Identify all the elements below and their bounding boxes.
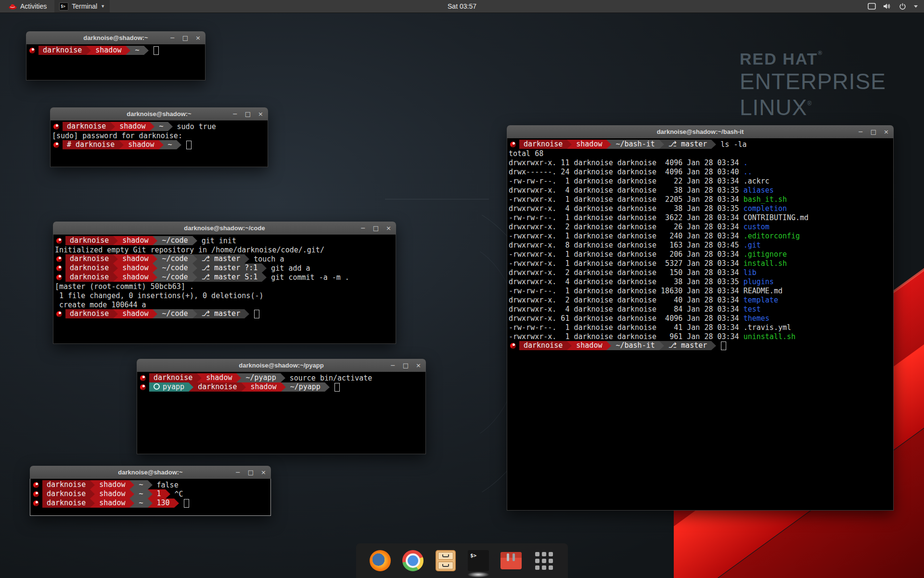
terminal-window: darknoise@shadow:~ − □ × darknoiseshadow…	[26, 31, 205, 80]
prompt-segment: shadow	[91, 46, 126, 55]
redhat-icon	[56, 265, 62, 271]
close-button[interactable]: ×	[195, 31, 201, 44]
redhat-icon	[56, 311, 62, 317]
redhat-icon	[29, 48, 35, 53]
prompt-segment: darknoise	[65, 236, 113, 245]
prompt-segment: ~	[154, 122, 167, 131]
minimize-button[interactable]: −	[235, 466, 241, 479]
dock-item-toolbox[interactable]	[500, 550, 522, 572]
output-text: install.sh	[744, 259, 787, 268]
dock-item-app-grid[interactable]	[533, 550, 555, 572]
powerline-separator	[192, 263, 197, 273]
clock[interactable]: Sat 03:57	[448, 2, 476, 10]
dock: $>	[356, 543, 568, 578]
close-button[interactable]: ×	[258, 107, 263, 120]
output-text: .	[744, 158, 748, 167]
minimize-button[interactable]: −	[170, 31, 175, 44]
prompt-segment: shadow	[115, 122, 150, 131]
maximize-button[interactable]: □	[182, 31, 188, 44]
powerline-separator	[166, 489, 170, 499]
prompt-segment: darknoise	[63, 122, 110, 131]
terminal-cursor	[154, 46, 159, 55]
powerline-separator	[281, 382, 286, 392]
screen-share-icon[interactable]	[868, 3, 876, 10]
powerline-separator	[153, 273, 157, 282]
prompt-segment: shadow	[118, 236, 153, 245]
prompt-segment: darknoise	[65, 309, 113, 318]
output-text: drwxrwxr-x. 4 darknoise darknoise 84 Jan…	[509, 305, 744, 314]
minimize-button[interactable]: −	[232, 107, 238, 120]
output-text: CONTRIBUTING.md	[744, 213, 808, 222]
redhat-icon	[56, 238, 62, 244]
output-text: -rwxrwxr-x. 1 darknoise darknoise 5327 J…	[509, 259, 744, 268]
power-icon[interactable]	[899, 3, 906, 10]
window-titlebar[interactable]: darknoise@shadow:~ − □ ×	[50, 107, 268, 121]
maximize-button[interactable]: □	[373, 222, 379, 235]
prompt-segment: shadow	[95, 499, 129, 508]
output-line: [master (root-commit) 50bcb63] .	[55, 282, 396, 291]
window-titlebar[interactable]: darknoise@shadow:~/pyapp − □ ×	[137, 359, 426, 372]
maximize-button[interactable]: □	[245, 107, 251, 120]
chevron-down-icon[interactable]	[913, 4, 918, 8]
minimize-button[interactable]: −	[858, 125, 863, 138]
terminal-cursor	[334, 383, 340, 392]
output-text: drwxrwxr-x. 61 darknoise darknoise 4096 …	[509, 314, 744, 323]
dock-item-terminal[interactable]: $>	[467, 550, 489, 572]
command-text: touch a	[249, 255, 284, 263]
prompt-segment: pyapp	[149, 382, 189, 392]
dock-item-firefox[interactable]	[369, 550, 391, 572]
powerline-separator	[153, 254, 157, 263]
close-button[interactable]: ×	[884, 125, 889, 138]
redhat-icon	[510, 142, 516, 147]
output-line: drwxrwxr-x. 4 darknoise darknoise 38 Jan…	[509, 277, 893, 286]
powerline-separator	[325, 382, 330, 392]
prompt-segment: shadow	[572, 140, 606, 149]
terminal-content[interactable]: darknoiseshadow~/code git initInitialize…	[53, 235, 396, 344]
minimize-button[interactable]: −	[390, 359, 396, 372]
powerline-separator	[144, 46, 149, 55]
output-text: drwxrwxr-x. 4 darknoise darknoise 38 Jan…	[509, 204, 744, 213]
output-line: drwxrwxr-x. 4 darknoise darknoise 84 Jan…	[509, 304, 893, 314]
window-titlebar[interactable]: darknoise@shadow:~ − □ ×	[26, 31, 205, 45]
maximize-button[interactable]: □	[871, 125, 876, 138]
volume-icon[interactable]	[883, 3, 892, 10]
output-line: -rwxrwxr-x. 1 darknoise darknoise 961 Ja…	[509, 332, 893, 341]
dock-item-files[interactable]	[435, 550, 457, 572]
minimize-button[interactable]: −	[360, 222, 366, 235]
maximize-button[interactable]: □	[248, 466, 254, 479]
terminal-content[interactable]: darknoiseshadow~ falsedarknoiseshadow~1 …	[30, 479, 271, 516]
terminal-content[interactable]: darknoiseshadow~/bash-it⎇ master ls -lat…	[507, 138, 894, 511]
prompt-line: darknoiseshadow~130	[32, 499, 270, 508]
prompt-line: darknoiseshadow~/pyapp source bin/activa…	[139, 373, 425, 382]
output-text: themes	[744, 314, 770, 323]
powerline-separator	[86, 46, 91, 55]
window-titlebar[interactable]: darknoise@shadow:~ − □ ×	[30, 466, 271, 479]
output-text: bash_it.sh	[744, 195, 787, 204]
terminal-content[interactable]: darknoiseshadow~/pyapp source bin/activa…	[137, 372, 426, 454]
output-line: Initialized empty Git repository in /hom…	[55, 245, 396, 254]
window-titlebar[interactable]: darknoise@shadow:~/code − □ ×	[53, 222, 396, 235]
terminal-content[interactable]: darknoiseshadow~ sudo true[sudo] passwor…	[50, 120, 268, 167]
dock-item-chrome[interactable]	[402, 550, 424, 572]
close-button[interactable]: ×	[261, 466, 266, 479]
window-titlebar[interactable]: darknoise@shadow:~/bash-it − □ ×	[507, 125, 894, 139]
terminal-content[interactable]: darknoiseshadow~	[26, 44, 205, 80]
running-app-indicator	[467, 572, 489, 578]
prompt-segment: shadow	[118, 254, 153, 263]
output-line: -rwxrwxr-x. 1 darknoise darknoise 2205 J…	[509, 195, 893, 204]
terminal-window: darknoise@shadow:~ − □ × darknoiseshadow…	[50, 107, 268, 167]
focused-app-menu[interactable]: $> Terminal ▼	[54, 0, 110, 13]
output-text: custom	[744, 223, 770, 231]
close-button[interactable]: ×	[386, 222, 391, 235]
prompt-segment: darknoise	[42, 480, 90, 489]
terminal-window: darknoise@shadow:~ − □ × darknoiseshadow…	[30, 466, 271, 516]
activities-button[interactable]: Activities	[5, 0, 51, 13]
powerline-separator	[129, 499, 134, 508]
redhat-icon	[53, 124, 59, 130]
prompt-line: darknoiseshadow~/code⎇ master ?:1 git ad…	[55, 263, 396, 273]
close-button[interactable]: ×	[416, 359, 421, 372]
output-line: drwxrwxr-x. 61 darknoise darknoise 4096 …	[509, 314, 893, 323]
output-text: template	[744, 296, 778, 304]
command-text: git init	[197, 236, 236, 245]
maximize-button[interactable]: □	[403, 359, 409, 372]
